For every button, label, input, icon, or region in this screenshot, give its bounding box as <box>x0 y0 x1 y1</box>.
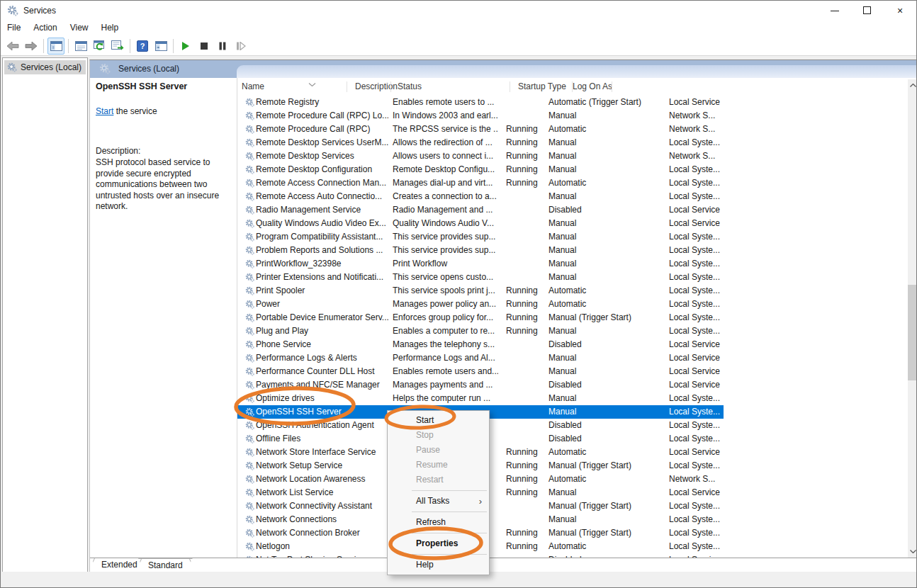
cell-description: Allows the redirection of ... <box>388 136 498 149</box>
cell-name: Network Store Interface Service <box>237 446 388 459</box>
context-menu-item[interactable]: Start <box>388 413 489 428</box>
table-row[interactable]: PowerManages power policy an...RunningAu… <box>237 298 724 311</box>
pause-service-button[interactable] <box>214 38 231 55</box>
scroll-up-icon[interactable] <box>908 79 917 91</box>
table-row[interactable]: Remote Desktop ConfigurationRemote Deskt… <box>237 163 724 176</box>
show-action-pane-button[interactable] <box>152 38 169 55</box>
vertical-scrollbar[interactable] <box>908 79 917 558</box>
cell-status <box>498 230 542 244</box>
cell-description: Enables remote users to ... <box>388 96 498 109</box>
table-row[interactable]: Phone ServiceManages the telephony s...D… <box>237 338 724 351</box>
table-row[interactable]: Remote Access Auto Connectio...Creates a… <box>237 190 724 203</box>
resume-service-button[interactable] <box>232 38 249 55</box>
table-row[interactable]: Remote Procedure Call (RPC)The RPCSS ser… <box>237 123 724 136</box>
context-menu-item[interactable]: Properties <box>388 536 489 551</box>
cell-startup-type: Manual (Trigger Start) <box>542 311 661 324</box>
cell-startup-type: Disabled <box>542 432 661 446</box>
column-header[interactable]: Log On As <box>573 78 612 96</box>
maximize-button[interactable] <box>851 1 884 21</box>
cell-name: Network Connection Broker <box>237 526 388 540</box>
cell-status <box>498 338 542 351</box>
cell-startup-type: Manual (Trigger Start) <box>542 459 661 473</box>
stop-service-button[interactable] <box>196 38 213 55</box>
menu-item[interactable]: File <box>1 21 27 35</box>
context-menu-item[interactable]: Pause <box>388 443 489 458</box>
table-row[interactable]: Remote Desktop ServicesAllows users to c… <box>237 149 724 163</box>
show-console-tree-button[interactable] <box>47 38 64 55</box>
table-row[interactable]: PrintWorkflow_32398ePrint WorkflowManual… <box>237 257 724 271</box>
cell-log-on-as: Local Syste... <box>661 190 724 203</box>
table-row[interactable]: Quality Windows Audio Video Ex...Quality… <box>237 217 724 230</box>
properties-button[interactable] <box>72 38 89 55</box>
cell-status <box>498 392 542 405</box>
cell-description: This service provides sup... <box>388 244 498 257</box>
services-list-pane: NameDescriptionStatusStartup TypeLog On … <box>237 78 908 558</box>
service-gear-icon <box>245 327 254 336</box>
service-gear-icon <box>245 542 254 551</box>
table-row[interactable]: Remote Procedure Call (RPC) Lo...In Wind… <box>237 109 724 123</box>
cell-startup-type: Manual <box>542 513 661 526</box>
view-tab[interactable]: Extended <box>91 558 147 572</box>
table-row[interactable]: Portable Device Enumerator Serv...Enforc… <box>237 311 724 324</box>
refresh-button[interactable] <box>91 38 108 55</box>
scroll-down-icon[interactable] <box>908 545 917 558</box>
table-row[interactable]: Remote Access Connection Man...Manages d… <box>237 176 724 190</box>
scrollbar-thumb[interactable] <box>908 285 917 380</box>
table-row[interactable]: Performance Counter DLL HostEnables remo… <box>237 365 724 378</box>
table-row[interactable]: Problem Reports and Solutions ...This se… <box>237 244 724 257</box>
cell-name: Performance Logs & Alerts <box>237 351 388 365</box>
cell-status <box>498 351 542 365</box>
back-button[interactable] <box>4 38 21 55</box>
view-tab[interactable]: Standard <box>138 558 193 572</box>
cell-log-on-as: Local Service <box>661 446 724 459</box>
forward-arrow-icon <box>25 41 38 51</box>
context-menu-item[interactable]: Refresh <box>388 515 489 530</box>
start-service-button[interactable] <box>177 38 194 55</box>
cell-name: Problem Reports and Solutions ... <box>237 244 388 257</box>
table-row[interactable]: Remote Desktop Services UserM...Allows t… <box>237 136 724 149</box>
cell-startup-type: Automatic <box>542 123 661 136</box>
table-row[interactable]: Radio Management ServiceRadio Management… <box>237 203 724 217</box>
table-row[interactable]: Payments and NFC/SE ManagerManages payme… <box>237 378 724 392</box>
menu-item[interactable]: View <box>64 21 95 35</box>
menu-item[interactable]: Action <box>27 21 63 35</box>
cell-status: Running <box>498 459 542 473</box>
column-header[interactable]: Name <box>237 78 347 96</box>
forward-button[interactable] <box>23 38 40 55</box>
cell-description: Enforces group policy for... <box>388 311 498 324</box>
table-row[interactable]: Remote RegistryEnables remote users to .… <box>237 96 724 109</box>
cell-status <box>498 217 542 230</box>
context-menu-item[interactable]: All Tasks › <box>388 494 489 509</box>
service-gear-icon <box>245 98 254 107</box>
start-service-link[interactable]: Start <box>96 106 113 116</box>
start-link-suffix: the service <box>113 106 157 116</box>
cell-status: Running <box>498 324 542 338</box>
help-button[interactable]: ? <box>134 38 151 55</box>
table-row[interactable]: Print SpoolerThis service spools print j… <box>237 284 724 298</box>
column-header[interactable]: Description <box>347 78 391 96</box>
cell-status <box>498 405 542 419</box>
minimize-button[interactable] <box>818 1 851 21</box>
cell-log-on-as: Local Syste... <box>661 459 724 473</box>
context-menu-item[interactable]: Resume <box>388 458 489 473</box>
export-list-icon <box>111 40 124 51</box>
sidebar-item-services-local[interactable]: Services (Local) <box>4 60 86 74</box>
service-gear-icon <box>245 340 254 349</box>
close-button[interactable]: × <box>884 1 916 21</box>
table-row[interactable]: Performance Logs & AlertsPerformance Log… <box>237 351 724 365</box>
context-menu-item[interactable]: Help <box>388 558 489 572</box>
table-row[interactable]: Optimize drivesHelps the computer run ..… <box>237 392 724 405</box>
menu-item[interactable]: Help <box>95 21 125 35</box>
service-gear-icon <box>245 488 254 497</box>
cell-name: Offline Files <box>237 432 388 446</box>
table-row[interactable]: Program Compatibility Assistant...This s… <box>237 230 724 244</box>
column-header[interactable]: Status <box>391 78 510 96</box>
context-menu-item[interactable]: Restart <box>388 473 489 487</box>
table-row[interactable]: Printer Extensions and Notificati...This… <box>237 271 724 284</box>
context-menu-item[interactable]: Stop <box>388 428 489 443</box>
cell-name: Portable Device Enumerator Serv... <box>237 311 388 324</box>
cell-status <box>498 257 542 271</box>
export-list-button[interactable] <box>109 38 126 55</box>
table-row[interactable]: Plug and PlayEnables a computer to re...… <box>237 324 724 338</box>
column-header[interactable]: Startup Type <box>510 78 573 96</box>
